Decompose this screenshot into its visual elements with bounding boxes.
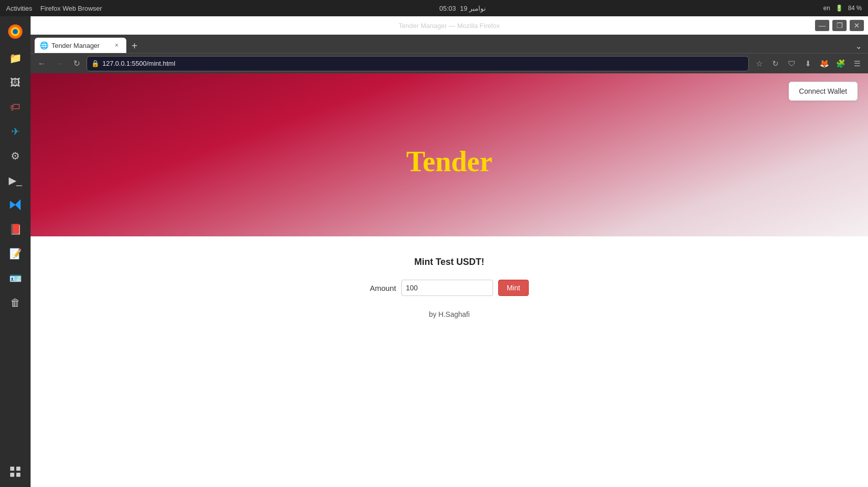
os-topbar-left: Activities Firefox Web Browser (6, 5, 102, 12)
tab-favicon: 🌐 (40, 41, 48, 49)
app-title: Tender (406, 145, 492, 178)
sidebar-icon-files[interactable]: 📁 (4, 47, 26, 69)
mint-button[interactable]: Mint (498, 280, 529, 296)
shield-button[interactable]: 🛡 (784, 57, 799, 71)
svg-rect-5 (10, 467, 14, 471)
sidebar-icon-settings[interactable]: ⚙ (4, 145, 26, 167)
titlebar-buttons: — ❐ ✕ (815, 20, 864, 31)
svg-rect-8 (16, 473, 20, 477)
tab-close-button[interactable]: × (112, 41, 121, 50)
extension-button[interactable]: 🦊 (817, 57, 831, 71)
download-button[interactable]: ⬇ (801, 57, 815, 71)
mint-section-title: Mint Test USDT! (414, 257, 484, 267)
svg-marker-3 (10, 201, 15, 208)
new-tab-button[interactable]: + (127, 39, 142, 53)
tab-overflow-button[interactable]: ⌄ (853, 39, 864, 53)
sidebar-icon-firefox[interactable] (4, 20, 26, 43)
os-topbar: Activities Firefox Web Browser 05:03 19 … (0, 0, 868, 16)
svg-rect-6 (16, 467, 20, 471)
os-topbar-center: 05:03 19 نوامبر (440, 5, 486, 12)
refresh-button[interactable]: ↻ (69, 57, 84, 71)
app-header: Connect Wallet Tender (31, 73, 868, 236)
reload-button[interactable]: ↻ (768, 57, 782, 71)
navigation-bar: ← → ↻ 🔒 ☆ ↻ 🛡 ⬇ 🦊 🧩 ☰ (31, 53, 868, 73)
nav-actions: ☆ ↻ 🛡 ⬇ 🦊 🧩 ☰ (752, 57, 864, 71)
page-content: Connect Wallet Tender Mint Test USDT! Am… (31, 73, 868, 487)
amount-label: Amount (370, 284, 396, 292)
svg-point-2 (13, 29, 18, 34)
battery-label: 84 % (848, 5, 862, 12)
app-main: Mint Test USDT! Amount Mint by H.Saghafi (31, 236, 868, 440)
forward-button[interactable]: → (52, 57, 66, 71)
browser-titlebar: Tender Manager — Mozilla Firefox — ❐ ✕ (31, 16, 868, 35)
lang-label: en (823, 5, 830, 12)
address-bar[interactable] (102, 60, 744, 67)
sidebar-icon-grid[interactable] (4, 461, 26, 483)
sidebar-icon-text[interactable]: 📝 (4, 242, 26, 265)
tab-label: Tender Manager (51, 42, 100, 49)
close-button[interactable]: ✕ (850, 20, 864, 31)
browser-title: Tender Manager — Mozilla Firefox (399, 22, 500, 30)
restore-button[interactable]: ❐ (832, 20, 847, 31)
browser-tab-active[interactable]: 🌐 Tender Manager × (35, 38, 126, 53)
sidebar-icon-trash[interactable]: 🗑 (4, 291, 26, 314)
puzzle-button[interactable]: 🧩 (833, 57, 848, 71)
menu-button[interactable]: ☰ (850, 57, 864, 71)
os-date: 19 نوامبر (460, 5, 486, 12)
mint-form: Amount Mint (370, 280, 529, 296)
sidebar-icon-telegram[interactable]: ✈ (4, 120, 26, 143)
sidebar-icon-photos[interactable]: 🖼 (4, 71, 26, 94)
svg-marker-4 (15, 200, 20, 210)
os-time: 05:03 (440, 5, 456, 12)
tab-bar: 🌐 Tender Manager × + ⌄ (31, 35, 868, 53)
back-button[interactable]: ← (35, 57, 49, 71)
sidebar-icon-terminal[interactable]: ▶_ (4, 169, 26, 192)
bookmark-button[interactable]: ☆ (752, 57, 766, 71)
author-text: by H.Saghafi (429, 310, 470, 318)
address-bar-container: 🔒 (87, 56, 749, 71)
activities-label[interactable]: Activities (6, 5, 32, 12)
svg-rect-7 (10, 473, 14, 477)
os-sidebar: 📁 🖼 🏷 ✈ ⚙ ▶_ 📕 📝 🪪 🗑 (0, 16, 31, 487)
sidebar-icon-vscode[interactable] (4, 194, 26, 216)
sidebar-icon-store[interactable]: 🏷 (4, 96, 26, 118)
connect-wallet-button[interactable]: Connect Wallet (789, 82, 858, 101)
battery-icon: 🔋 (835, 5, 843, 12)
lock-icon: 🔒 (91, 60, 99, 67)
browser-window: Tender Manager — Mozilla Firefox — ❐ ✕ 🌐… (31, 16, 868, 487)
sidebar-icon-pdf[interactable]: 📕 (4, 218, 26, 240)
minimize-button[interactable]: — (815, 20, 829, 31)
amount-input[interactable] (401, 280, 493, 296)
sidebar-icon-id[interactable]: 🪪 (4, 267, 26, 289)
os-topbar-right: en 🔋 84 % (823, 5, 862, 12)
firefox-label: Firefox Web Browser (40, 5, 102, 12)
